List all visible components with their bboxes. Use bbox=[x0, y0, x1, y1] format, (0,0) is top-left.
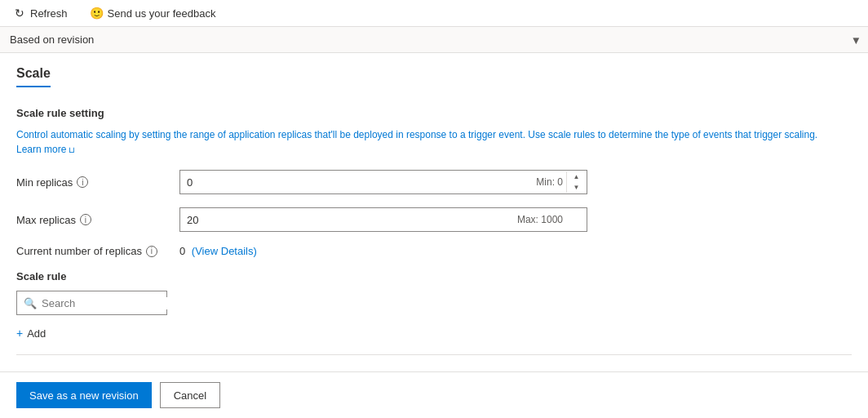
revision-bar-label: Based on revision bbox=[10, 33, 94, 46]
max-replicas-info-icon[interactable]: i bbox=[80, 214, 91, 225]
min-replicas-input-wrapper: Min: 0 ▲ ▼ bbox=[179, 170, 587, 194]
current-replicas-row: Current number of replicas i 0 (View Det… bbox=[16, 245, 852, 257]
max-replicas-input[interactable] bbox=[179, 207, 587, 232]
refresh-label: Refresh bbox=[30, 7, 68, 20]
current-replicas-info-icon[interactable]: i bbox=[146, 246, 157, 257]
min-replicas-label: Min replicas i bbox=[16, 176, 179, 189]
search-icon: 🔍 bbox=[24, 297, 37, 309]
main-content: Scale Scale rule setting Control automat… bbox=[0, 53, 868, 371]
min-replicas-row: Min replicas i Min: 0 ▲ ▼ bbox=[16, 170, 852, 194]
scale-rule-section: Scale rule 🔍 + Add bbox=[16, 270, 852, 345]
search-input[interactable] bbox=[42, 297, 179, 309]
add-label: Add bbox=[27, 327, 46, 340]
cancel-button[interactable]: Cancel bbox=[160, 382, 220, 408]
min-replicas-input[interactable] bbox=[179, 170, 587, 194]
revision-dropdown[interactable]: ▼ bbox=[851, 33, 861, 46]
search-box: 🔍 bbox=[16, 291, 167, 315]
feedback-button[interactable]: 🙂 Send us your feedback bbox=[87, 5, 219, 21]
external-link-icon: ⊔ bbox=[69, 144, 75, 156]
scale-rule-setting-title: Scale rule setting bbox=[16, 107, 852, 119]
refresh-button[interactable]: ↻ Refresh bbox=[10, 5, 71, 21]
view-details-label: (View Details) bbox=[192, 245, 257, 257]
max-replicas-label: Max replicas i bbox=[16, 214, 179, 226]
add-button[interactable]: + Add bbox=[16, 322, 46, 345]
current-replicas-value-area: 0 (View Details) bbox=[179, 245, 257, 257]
feedback-label: Send us your feedback bbox=[108, 7, 216, 20]
footer-divider bbox=[16, 354, 852, 355]
refresh-icon: ↻ bbox=[13, 7, 26, 20]
min-replicas-spinners: ▲ ▼ bbox=[566, 171, 586, 193]
min-replicas-spin-up[interactable]: ▲ bbox=[567, 171, 586, 182]
max-replicas-row: Max replicas i Max: 1000 bbox=[16, 207, 852, 232]
description-body: Control automatic scaling by setting the… bbox=[16, 129, 817, 140]
max-replicas-input-wrapper: Max: 1000 bbox=[179, 207, 587, 232]
current-replicas-value: 0 bbox=[179, 245, 185, 257]
view-details-link[interactable]: (View Details) bbox=[192, 245, 257, 257]
content-scroll: Scale Scale rule setting Control automat… bbox=[0, 53, 868, 371]
min-replicas-info-icon[interactable]: i bbox=[77, 176, 88, 188]
plus-icon: + bbox=[16, 327, 23, 340]
cancel-label: Cancel bbox=[174, 389, 206, 402]
description-text: Control automatic scaling by setting the… bbox=[16, 127, 852, 157]
save-button[interactable]: Save as a new revision bbox=[16, 382, 152, 408]
feedback-icon: 🙂 bbox=[91, 7, 104, 20]
scale-section-title: Scale bbox=[16, 66, 51, 87]
min-replicas-spin-down[interactable]: ▼ bbox=[567, 182, 586, 193]
scale-rule-label: Scale rule bbox=[16, 270, 852, 282]
learn-more-link[interactable]: Learn more ⊔ bbox=[16, 142, 75, 157]
footer: Save as a new revision Cancel bbox=[0, 371, 868, 418]
revision-bar: Based on revision ▼ bbox=[0, 27, 868, 53]
toolbar: ↻ Refresh 🙂 Send us your feedback bbox=[0, 0, 868, 27]
learn-more-label: Learn more bbox=[16, 142, 66, 157]
current-replicas-label: Current number of replicas i bbox=[16, 245, 179, 257]
save-label: Save as a new revision bbox=[29, 389, 139, 402]
